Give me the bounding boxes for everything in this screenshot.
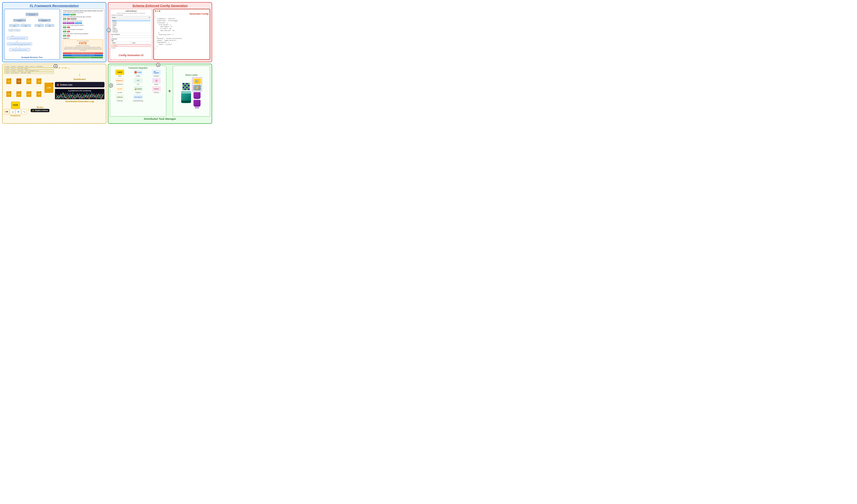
list-item-fedscale[interactable]: FedScale xyxy=(112,29,150,31)
log-icon-item-8: LOG xyxy=(34,88,44,100)
grid-cell-12 xyxy=(188,87,189,88)
done-return-btn[interactable]: Done and Return to the Homepage xyxy=(63,57,103,58)
list-item-fate[interactable]: Fate xyxy=(112,26,150,28)
svg-line-3 xyxy=(32,16,45,19)
yes-btn-1[interactable]: Yes xyxy=(63,18,66,20)
log-icon-item-5: LOG xyxy=(4,88,14,100)
svg-text:No: No xyxy=(16,41,17,42)
framework-integration-box: Framework Integration FATE FATE FedML xyxy=(110,66,166,117)
chart-icon: 📊 xyxy=(10,109,15,114)
framework-dropdown[interactable]: Flower ▼ xyxy=(111,16,151,19)
grid-cell-14 xyxy=(184,88,186,90)
fi-paddlefl: PFLPaddleFl PaddleFl xyxy=(148,70,165,77)
decision-tree-svg: Root Decision Left Branch Right Branch N… xyxy=(5,10,59,55)
tff-logo-box: TFF xyxy=(134,78,142,83)
fedml-text: FedML xyxy=(137,71,142,73)
yes-btn-2[interactable]: Yes xyxy=(63,27,66,28)
fedml-fi-label: FedML xyxy=(136,75,140,77)
fi-fedtree: FedTree FedTree xyxy=(148,86,165,94)
svg-text:Node: Node xyxy=(49,26,51,27)
log-icon-item-2: LOG xyxy=(14,75,23,87)
log-icon-6: LOG xyxy=(16,91,21,97)
task-manager-bottom-title: Distributed Task Manager xyxy=(110,117,210,120)
decision-tree-box: Root Decision Left Branch Right Branch N… xyxy=(4,9,60,60)
svg-text:Node: Node xyxy=(38,26,40,27)
svg-text:Node: Node xyxy=(25,26,27,27)
log-icon-item-4: LOG xyxy=(34,75,44,87)
grid-cell-4 xyxy=(188,83,189,85)
fedml-logo-box: FedML xyxy=(134,70,142,75)
grid-cell-16 xyxy=(188,88,189,90)
purple-db-dots xyxy=(195,107,199,108)
log-icon-2: LOG xyxy=(16,79,21,84)
log-icon-item-6: LOG xyxy=(14,88,23,100)
grid-cell-9 xyxy=(183,87,184,88)
dot-1 xyxy=(195,107,196,108)
teal-database xyxy=(181,91,191,103)
svg-text:Right Branch: Right Branch xyxy=(42,20,47,21)
svg-text:Is your scenario vertical or h: Is your scenario vertical or horizontal? xyxy=(10,38,25,39)
comparison-icons-row: A|B 📊 ⚙️ 🔍 xyxy=(4,109,27,114)
fedlearner-logo-box: Fedlearner™ xyxy=(115,78,124,83)
grid-cell-2 xyxy=(184,83,186,85)
grid-cell-5 xyxy=(183,85,184,86)
list-item-fedsim[interactable]: Fedsim xyxy=(112,24,150,26)
fl-content: Root Decision Left Branch Right Branch N… xyxy=(4,9,104,60)
no-btn-2[interactable]: No xyxy=(67,27,70,28)
grid-cell-11 xyxy=(186,87,188,88)
teal-db-bot xyxy=(181,101,191,103)
tree-based-btn[interactable]: Tree-Based xyxy=(67,22,74,24)
grid-cell-7 xyxy=(186,85,188,86)
request-eval-btn[interactable]: Request a standard evaluation from UniFe… xyxy=(63,52,103,54)
grafana-icon: ◉ xyxy=(57,83,59,86)
grid-cell-1 xyxy=(183,83,184,85)
arrow-right-2: ⟶ xyxy=(61,66,67,70)
grid-icon xyxy=(182,83,190,90)
yes-btn-3[interactable]: Yes xyxy=(63,31,66,32)
fate-fi-label: FATE xyxy=(118,75,121,77)
log-icon-5: LOG xyxy=(6,91,11,97)
validate-btn[interactable]: ⚡ Validate xyxy=(111,45,151,47)
log-content: {'event':'flow[0]','timestamp': 45618, '… xyxy=(4,66,104,117)
paddlefl-fi-label: PaddleFl xyxy=(154,75,159,77)
list-item-federatedscope[interactable]: FedScope xyxy=(112,31,150,33)
no-btn-1[interactable]: No xyxy=(67,18,70,20)
edit-btn[interactable]: Edit xyxy=(63,22,66,24)
we-recommend-text: We recommend FATE xyxy=(64,40,102,41)
suggestion-label: Suggestion xyxy=(63,37,103,39)
list-item-fedbff[interactable]: FedBFF xyxy=(112,28,150,29)
download-config-btn[interactable]: Download the config JSON for local exper… xyxy=(63,54,103,56)
list-item-flower[interactable]: Flower xyxy=(112,20,150,21)
db-group xyxy=(181,83,191,103)
task-content: Framework Integration FATE FATE FedML xyxy=(110,66,210,117)
local-input[interactable]: Local xyxy=(131,41,151,44)
wb-text: Weights & Biases xyxy=(35,110,48,111)
crypten-logo-box: 🔒 CrypTen xyxy=(134,86,142,91)
flower-type-input[interactable]: Flower xyxy=(111,41,131,44)
no-btn-3[interactable]: No xyxy=(67,31,70,32)
svg-text:Node: Node xyxy=(13,26,16,27)
not-sure-btn[interactable]: Not sure xyxy=(70,18,77,20)
horizontal-btn[interactable]: Horizontal xyxy=(63,14,70,16)
wizard-subtitle: Choose a framework, Generate the config … xyxy=(111,13,151,14)
list-item-crypten[interactable]: Crypten xyxy=(112,23,150,24)
dashed-rect-1: 🖼️ 🖼️ xyxy=(192,78,202,91)
dashboard-label: Dashboard xyxy=(55,78,105,81)
wb-box: ⚡ Weights & Biases xyxy=(31,109,49,112)
grid-cell-3 xyxy=(186,83,188,85)
svg-text:Left Branch: Left Branch xyxy=(17,20,22,21)
nn-based-btn[interactable]: NN-Based xyxy=(75,22,82,24)
svg-text:Do you need differential priva: Do you need differential privacy (dp-sgd… xyxy=(9,44,30,45)
no-btn-4[interactable]: No xyxy=(67,35,70,37)
num-rounds-input[interactable]: 3 xyxy=(111,35,151,38)
multihost-text: E.g Multi-host CPU monitoring xyxy=(56,90,104,91)
list-item-fedtree[interactable]: FedTree xyxy=(112,21,150,23)
rec-q4: Do you want to train large NN models? xyxy=(63,24,103,26)
wizard-title: UniFed Wizard xyxy=(111,10,151,12)
federatedscope-fi-label: FederatedScope xyxy=(133,100,143,102)
close-dot xyxy=(155,11,156,12)
schema-panel-title: Schema Enforced Config Generation xyxy=(110,4,210,8)
yes-btn-4[interactable]: Yes xyxy=(63,35,66,37)
grid-cell-13 xyxy=(183,88,184,90)
config-ui-box: UniFed Wizard Choose a framework, Genera… xyxy=(110,9,152,60)
